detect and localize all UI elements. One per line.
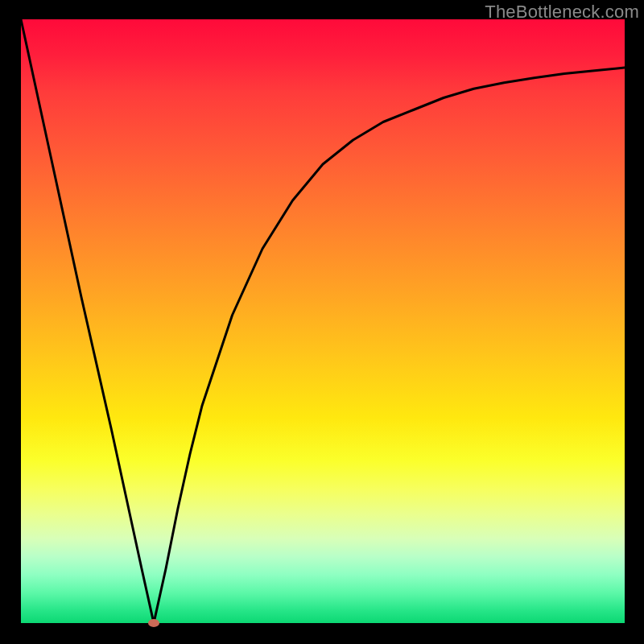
chart-marker-dot — [148, 619, 159, 627]
chart-frame — [21, 19, 625, 623]
chart-line — [21, 19, 625, 623]
